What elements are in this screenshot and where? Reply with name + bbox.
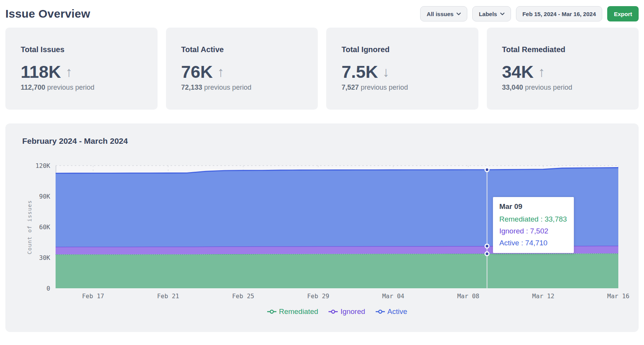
stat-previous: 7,527 previous period: [342, 84, 472, 92]
x-tick-label: Mar 12: [525, 292, 562, 300]
page-title: Issue Overview: [5, 7, 90, 20]
y-tick-label: 30K: [28, 254, 50, 261]
chevron-down-icon: [457, 13, 461, 15]
stat-card-total-remediated: Total Remediated 34K ↑ 33,040 previous p…: [487, 28, 639, 110]
trend-up-icon: ↑: [538, 65, 545, 79]
stat-value: 76K: [181, 63, 213, 80]
stat-value: 34K: [502, 63, 534, 80]
chart-title: February 2024 - March 2024: [5, 123, 639, 146]
x-tick-label: Mar 08: [450, 292, 487, 300]
legend-item-ignored[interactable]: Ignored: [328, 307, 365, 316]
stat-title: Total Issues: [21, 45, 151, 54]
chart-plot-area: Count of issues Mar 09 Remediated : 33,7…: [56, 162, 618, 288]
stat-previous: 112,700 previous period: [21, 84, 151, 92]
y-tick-label: 0: [28, 285, 50, 292]
x-tick-label: Mar 04: [375, 292, 412, 300]
chevron-down-icon: [500, 13, 504, 15]
stat-previous: 72,133 previous period: [181, 84, 311, 92]
tooltip-date: Mar 09: [499, 202, 567, 211]
x-tick-label: Feb 25: [225, 292, 261, 300]
x-tick-label: Feb 21: [150, 292, 187, 300]
tooltip-row-remediated: Remediated : 33,783: [499, 215, 567, 223]
legend-label: Remediated: [279, 307, 318, 316]
stat-card-total-issues: Total Issues 118K ↑ 112,700 previous per…: [5, 28, 158, 110]
labels-dropdown-label: Labels: [479, 11, 497, 17]
legend-item-remediated[interactable]: Remediated: [267, 307, 318, 316]
stat-card-total-active: Total Active 76K ↑ 72,133 previous perio…: [166, 28, 318, 110]
stat-value: 7.5K: [342, 63, 378, 80]
x-tick-label: Mar 16: [600, 292, 637, 300]
stat-cards-row: Total Issues 118K ↑ 112,700 previous per…: [5, 28, 639, 110]
legend-marker-icon: [267, 309, 277, 314]
y-tick-label: 120K: [28, 162, 50, 169]
y-tick-label: 90K: [28, 193, 50, 200]
x-tick-label: Feb 29: [300, 292, 337, 300]
chart-tooltip: Mar 09 Remediated : 33,783 Ignored : 7,5…: [493, 197, 573, 253]
legend-marker-icon: [375, 309, 385, 314]
chart-legend: Remediated Ignored Active: [56, 307, 618, 316]
date-range-picker[interactable]: Feb 15, 2024 - Mar 16, 2024: [516, 6, 603, 21]
tooltip-row-active: Active : 74,710: [499, 239, 567, 247]
stat-title: Total Active: [181, 45, 311, 54]
trend-down-icon: ↓: [383, 65, 389, 79]
all-issues-dropdown[interactable]: All issues: [420, 6, 467, 21]
date-range-label: Feb 15, 2024 - Mar 16, 2024: [522, 11, 596, 17]
legend-label: Active: [388, 307, 407, 316]
x-tick-label: Feb 17: [75, 292, 112, 300]
stat-title: Total Remediated: [502, 45, 632, 54]
stat-value: 118K: [21, 63, 61, 80]
top-bar: Issue Overview All issues Labels Feb 15,…: [0, 0, 644, 21]
labels-dropdown[interactable]: Labels: [472, 6, 511, 21]
legend-label: Ignored: [340, 307, 365, 316]
y-tick-label: 60K: [28, 223, 50, 231]
trend-up-icon: ↑: [66, 65, 72, 79]
stat-card-total-ignored: Total Ignored 7.5K ↓ 7,527 previous peri…: [326, 28, 478, 110]
all-issues-dropdown-label: All issues: [427, 11, 453, 17]
legend-item-active[interactable]: Active: [375, 307, 407, 316]
stat-previous: 33,040 previous period: [502, 84, 632, 92]
chart-panel: February 2024 - March 2024 Count of issu…: [5, 123, 639, 332]
tooltip-row-ignored: Ignored : 7,502: [499, 227, 567, 235]
header-controls: All issues Labels Feb 15, 2024 - Mar 16,…: [420, 6, 639, 21]
trend-up-icon: ↑: [217, 65, 224, 79]
legend-marker-icon: [328, 309, 338, 314]
export-button[interactable]: Export: [607, 6, 639, 21]
stat-title: Total Ignored: [342, 45, 472, 54]
